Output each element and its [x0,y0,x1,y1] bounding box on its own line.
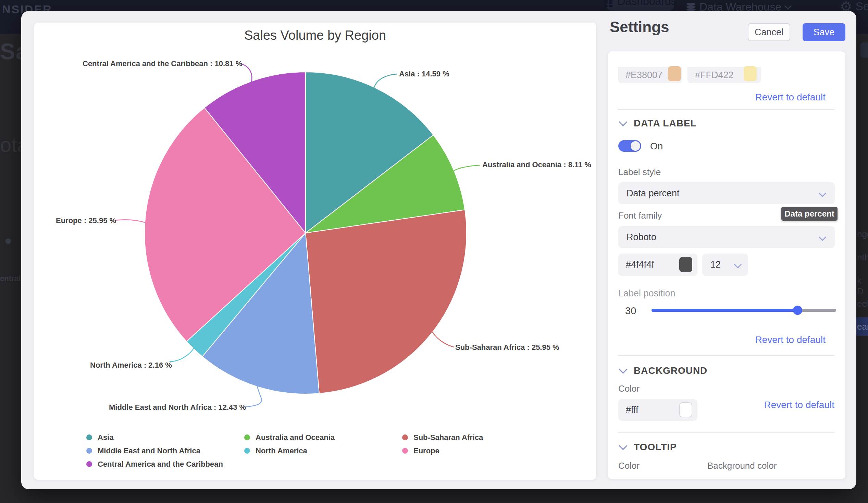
section-divider [618,432,835,433]
font-family-value: Roboto [627,232,656,243]
legend-dot [86,448,92,454]
pie-label-middle-east-and-north-africa: Middle East and North Africa : 12.43 % [109,403,246,412]
pie-label-europe: Europe : 25.95 % [56,216,116,225]
legend-label: Middle East and North Africa [97,446,200,455]
slider-fill [651,309,797,312]
legend-item-north-america[interactable]: North America [244,444,402,458]
background-menu-item-selected: ear [856,317,868,336]
chevron-down-icon [784,2,792,10]
legend-dot [402,434,408,440]
chart-settings-modal: Sales Volume by Region Asia : 14.59 %Aus… [21,11,856,489]
legend-item-asia[interactable]: Asia [86,431,244,444]
background-color-swatch[interactable] [679,402,692,417]
data-label-toggle[interactable] [618,140,641,152]
toggle-state-label: On [650,141,663,152]
tooltip-color-label: Color [618,461,640,471]
slider-thumb[interactable] [793,306,802,315]
section-divider [618,109,835,110]
pie-label-north-america: North America : 2.16 % [90,361,172,370]
dashboards-nav-button[interactable]: Dashboards [606,0,674,11]
background-menu-item-fragment: eek [857,298,868,309]
background-label-fragment: entral [0,274,21,283]
pie-label-australia-and-oceania: Australia and Oceania : 8.11 % [482,160,591,169]
label-leader-line [115,220,146,223]
toggle-knob [631,141,640,151]
font-color-swatch[interactable] [679,257,692,272]
label-style-label: Label style [618,167,661,177]
series-color2-input[interactable]: #FFD422 [688,67,761,83]
tooltip-section-header[interactable]: TOOLTIP [620,442,677,453]
pie-label-sub-saharan-africa: Sub-Saharan Africa : 25.95 % [455,343,559,352]
chevron-down-icon [619,117,627,126]
database-icon [686,3,695,12]
legend-item-central-america-and-the-caribbean[interactable]: Central America and the Caribbean [86,458,244,471]
legend-dot [244,434,250,440]
legend-label: Sub-Saharan Africa [413,433,483,442]
font-size-value: 12 [711,259,721,270]
revert-background-link[interactable]: Revert to default [764,400,835,410]
label-position-label: Label position [618,288,675,299]
revert-data-label-link[interactable]: Revert to default [755,335,826,346]
settings-scroll-panel[interactable]: #E38007 #FFD422 Revert to default DATA L… [608,51,845,479]
dashboards-nav-label: Dashboards [617,0,676,8]
settings-panel-title: Settings [610,19,669,35]
label-style-select[interactable]: Data percent [618,182,835,204]
chevron-down-icon [819,233,827,241]
pie-chart-card: Sales Volume by Region Asia : 14.59 %Aus… [34,23,596,480]
background-menu-item-fragment: k D [857,276,868,297]
label-style-value: Data percent [627,188,680,199]
cancel-button[interactable]: Cancel [748,23,790,41]
background-color-input[interactable]: #fff [618,399,698,421]
data-label-section-header[interactable]: DATA LABEL [620,118,697,129]
font-color-value: #4f4f4f [626,259,654,270]
chevron-down-icon [819,189,827,197]
legend-dot [244,448,250,454]
background-menu-item-fragment: nge [857,229,868,239]
label-leader-line [374,74,397,88]
tooltip-bg-color-label: Background color [707,461,776,471]
legend-label: Australia and Oceania [256,433,335,442]
label-position-slider[interactable] [651,309,836,312]
font-family-label: Font family [618,211,662,221]
section-divider [618,355,835,356]
chevron-down-icon [619,365,627,373]
save-button[interactable]: Save [803,23,845,41]
legend-label: Central America and the Caribbean [97,460,223,469]
dashboard-grid-icon [604,0,612,8]
background-menu-item-fragment: nth [857,252,868,263]
label-leader-line [244,385,261,407]
legend-label: North America [256,446,307,455]
series-color2-swatch[interactable] [744,66,757,81]
chevron-down-icon [619,441,627,450]
series-color1-input[interactable]: #E38007 [618,67,682,83]
font-family-select[interactable]: Roboto [618,226,835,248]
font-color-input[interactable]: #4f4f4f [618,254,698,276]
label-position-value: 30 [625,305,636,317]
legend-dot [86,461,92,467]
label-leader-line [169,348,194,361]
label-style-tooltip: Data percent [781,207,837,220]
legend-item-europe[interactable]: Europe [402,444,574,458]
background-color-value: #fff [626,405,639,415]
legend-item-sub-saharan-africa[interactable]: Sub-Saharan Africa [402,431,574,444]
chart-legend: AsiaAustralia and OceaniaSub-Saharan Afr… [86,431,574,471]
series-color1-value: #E38007 [626,70,662,81]
legend-item-australia-and-oceania[interactable]: Australia and Oceania [244,431,402,444]
pie-slice-sub-saharan-africa[interactable] [306,210,466,393]
series-color1-swatch[interactable] [668,66,681,81]
background-section-header[interactable]: BACKGROUND [620,365,707,376]
background-color-label: Color [618,383,640,394]
legend-dot [86,434,92,440]
background-bullet-dot [6,238,11,244]
pie-label-central-america-and-the-caribbean: Central America and the Caribbean : 10.8… [83,59,242,68]
revert-series-colors-link[interactable]: Revert to default [755,92,826,103]
series-color2-value: #FFD422 [695,70,734,81]
chevron-down-icon [734,261,742,269]
label-leader-line [432,332,454,347]
legend-dot [402,448,408,454]
font-size-select[interactable]: 12 [702,254,748,276]
background-button-fragment [860,42,868,58]
legend-label: Europe [413,446,440,455]
legend-item-middle-east-and-north-africa[interactable]: Middle East and North Africa [86,444,244,458]
pie-label-asia: Asia : 14.59 % [399,70,450,79]
